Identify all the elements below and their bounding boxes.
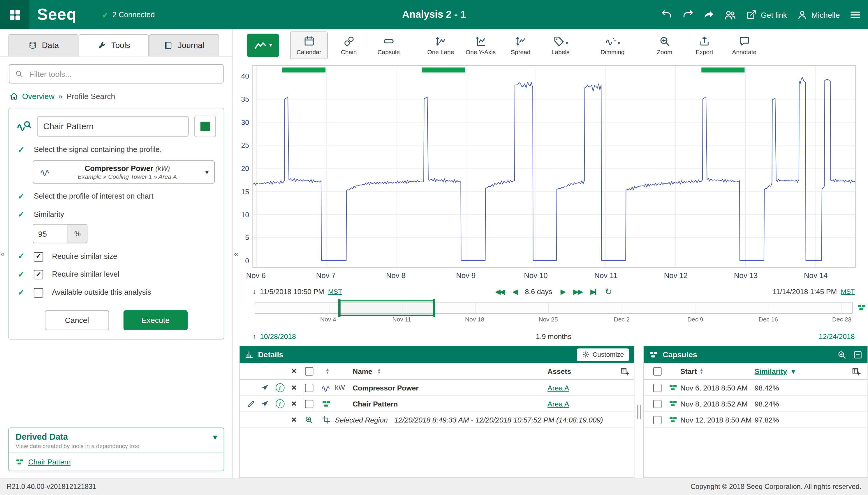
range-start[interactable]: 11/5/2018 10:50 PM <box>260 287 324 295</box>
home-icon[interactable] <box>9 92 18 100</box>
range-duration[interactable]: 8.6 days <box>525 287 552 295</box>
investigate-end[interactable]: 12/24/2018 <box>819 332 855 340</box>
navigate-icon[interactable] <box>261 383 269 392</box>
toolbar-button-export[interactable]: Export <box>686 31 723 59</box>
color-swatch-button[interactable] <box>194 116 216 137</box>
step-back-button[interactable]: ◀ <box>512 287 517 295</box>
edit-icon[interactable] <box>247 399 255 408</box>
undo-icon[interactable] <box>661 9 673 20</box>
sort-type-control[interactable]: ▲▼ <box>326 368 329 374</box>
share-icon[interactable] <box>703 9 715 20</box>
row-checkbox[interactable] <box>305 383 313 392</box>
similarity-header[interactable]: Similarity <box>755 367 787 375</box>
step-forward-fast-button[interactable]: ▶▶ <box>573 287 582 295</box>
filter-tools-input[interactable] <box>28 69 218 79</box>
derived-data-header[interactable]: Derived Data ▾ <box>15 432 217 442</box>
collapse-panel-icon[interactable] <box>853 350 863 359</box>
toolbar-button-annotate[interactable]: Annotate <box>725 31 763 59</box>
add-column-icon[interactable] <box>620 366 629 376</box>
refresh-button[interactable]: ↻ <box>605 286 612 297</box>
table-row[interactable]: × Selected Region 12/20/2018 8:49:33 AM … <box>240 412 634 428</box>
crop-icon[interactable] <box>322 415 330 424</box>
toolbar-button-capsule[interactable]: Capsule <box>370 31 407 59</box>
toolbar-button-chain[interactable]: Chain <box>330 31 367 59</box>
toolbar-button-labels[interactable]: ▾ Labels <box>542 31 579 59</box>
redo-icon[interactable] <box>682 9 694 20</box>
execute-button[interactable]: Execute <box>123 310 188 330</box>
tool-name-input[interactable] <box>37 116 189 137</box>
hamburger-menu-icon[interactable] <box>849 8 862 21</box>
toolbar-button-dimming[interactable]: ▾ Dimming <box>594 31 631 59</box>
remove-icon[interactable]: × <box>291 415 297 424</box>
row-name[interactable]: Chair Pattern <box>353 399 398 408</box>
remove-icon[interactable]: × <box>291 399 297 408</box>
tab-data[interactable]: Data <box>9 34 79 56</box>
timebar-capsule-icon[interactable] <box>857 303 866 312</box>
get-link-button[interactable]: Get link <box>746 9 787 20</box>
customize-button[interactable]: Customize <box>577 348 629 361</box>
row-checkbox[interactable] <box>653 399 662 408</box>
tab-journal[interactable]: Journal <box>149 34 219 56</box>
require-similar-size-checkbox[interactable] <box>34 252 43 261</box>
step-back-fast-button[interactable]: ◀◀ <box>495 287 504 295</box>
toolbar-button-one-lane[interactable]: One Lane <box>422 31 460 59</box>
investigate-duration[interactable]: 1.9 months <box>239 332 868 340</box>
panel-splitter[interactable] <box>634 346 643 478</box>
step-forward-button[interactable]: ▶ <box>561 287 565 295</box>
remove-all-button[interactable]: × <box>291 366 297 375</box>
sidebar-splitter[interactable]: « <box>233 30 239 478</box>
users-icon[interactable] <box>724 8 737 21</box>
available-outside-checkbox[interactable] <box>34 288 43 297</box>
table-row[interactable]: i × kW Compressor Power Area A <box>240 380 634 396</box>
info-icon[interactable]: i <box>276 399 284 408</box>
name-header[interactable]: Name <box>353 367 372 375</box>
app-switcher-button[interactable] <box>0 0 30 30</box>
breadcrumb-overview-link[interactable]: Overview <box>22 92 54 100</box>
row-checkbox[interactable] <box>653 383 662 392</box>
row-checkbox[interactable] <box>305 399 313 408</box>
timebar-selection[interactable] <box>339 300 434 315</box>
asset-link[interactable]: Area A <box>548 399 569 408</box>
select-all-checkbox[interactable] <box>653 367 662 375</box>
range-start-timezone[interactable]: MST <box>328 288 342 295</box>
similarity-input[interactable] <box>33 224 68 243</box>
row-name[interactable]: Compressor Power <box>353 383 418 392</box>
remove-icon[interactable]: × <box>291 383 297 392</box>
derived-data-item[interactable]: Chair Pattern <box>15 456 217 467</box>
collapse-left-edge-handle[interactable]: « <box>1 249 5 258</box>
require-similar-level-checkbox[interactable] <box>34 270 43 279</box>
range-end-timezone[interactable]: MST <box>840 288 855 295</box>
user-menu[interactable]: Michelle <box>796 9 840 20</box>
zoom-capsule-icon[interactable] <box>837 350 847 359</box>
navigate-icon[interactable] <box>261 399 269 408</box>
trend-chart[interactable]: 0510152025303540 Nov 6Nov 7Nov 8Nov 9Nov… <box>239 61 868 282</box>
cancel-button[interactable]: Cancel <box>45 310 109 330</box>
investigate-start[interactable]: 10/28/2018 <box>260 332 296 340</box>
table-row[interactable]: i × Chair Pattern Area A <box>240 396 634 412</box>
list-item[interactable]: Nov 6, 2018 8:50 AM 98.42% <box>644 380 868 396</box>
select-all-checkbox[interactable] <box>305 367 313 375</box>
plot-area[interactable] <box>252 65 856 268</box>
view-mode-dropdown[interactable]: ▾ <box>247 33 279 57</box>
assets-header[interactable]: Assets <box>548 367 613 375</box>
sort-start-control[interactable]: ▲▼ <box>700 368 703 374</box>
timebar-track[interactable] <box>255 303 853 313</box>
toolbar-button-zoom[interactable]: Zoom <box>646 31 683 59</box>
zoom-to-region-icon[interactable] <box>304 415 313 424</box>
start-header[interactable]: Start <box>680 367 697 375</box>
toolbar-button-one-y-axis[interactable]: One Y-Axis <box>462 31 500 59</box>
asset-link[interactable]: Area A <box>548 383 569 392</box>
signal-select-dropdown[interactable]: Compressor Power (kW) Example » Cooling … <box>33 160 215 184</box>
seeq-logo[interactable]: Seeq <box>37 5 77 24</box>
add-column-icon[interactable] <box>851 366 861 376</box>
tab-tools[interactable]: Tools <box>79 34 149 56</box>
range-end[interactable]: 11/14/2018 1:45 PM <box>773 287 837 295</box>
list-item[interactable]: Nov 8, 2018 8:52 AM 98.24% <box>644 396 868 412</box>
derived-item-link[interactable]: Chair Pattern <box>28 458 71 466</box>
toolbar-button-calendar[interactable]: Calendar <box>290 31 328 59</box>
collapse-sidebar-handle[interactable]: « <box>234 249 238 258</box>
step-to-end-button[interactable]: ▶ <box>590 287 597 295</box>
row-checkbox[interactable] <box>653 415 662 424</box>
connection-status[interactable]: ✓ 2 Connected <box>102 10 155 19</box>
info-icon[interactable]: i <box>276 383 284 392</box>
